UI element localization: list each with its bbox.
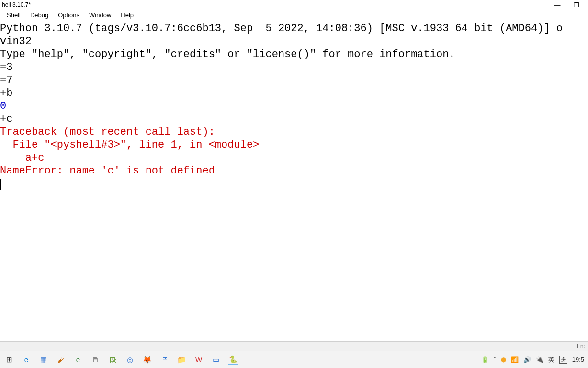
- banner-line: vin32: [0, 35, 32, 47]
- sound-icon[interactable]: 🔊: [523, 356, 531, 363]
- explorer-icon[interactable]: 📁: [176, 355, 187, 365]
- image-icon[interactable]: 🖼: [107, 355, 118, 365]
- input-line: +c: [0, 113, 12, 125]
- restore-button[interactable]: ❐: [567, 1, 586, 9]
- edge-icon[interactable]: e: [21, 355, 32, 365]
- taskbar: ⊞e▦🖌e🗎🖼◎🦊🖥📁W▭🐍 🔋 ˇ ⬤ 📶 🔊 🔌 英 拼 19:5: [0, 351, 588, 368]
- traceback-line: NameError: name 'c' is not defined: [0, 165, 215, 177]
- menu-window[interactable]: Window: [84, 11, 116, 20]
- edge2-icon[interactable]: e: [73, 355, 83, 365]
- traceback-line: Traceback (most recent call last):: [0, 126, 215, 138]
- start-icon[interactable]: ⊞: [4, 355, 14, 365]
- paint-icon[interactable]: 🖌: [56, 355, 66, 365]
- shield-icon[interactable]: ⬤: [501, 357, 506, 362]
- minimize-button[interactable]: —: [548, 1, 567, 9]
- display-icon[interactable]: 🖥: [159, 355, 170, 365]
- battery-icon[interactable]: 🔋: [481, 356, 489, 363]
- power-icon[interactable]: 🔌: [536, 356, 543, 363]
- cursor-position: Ln:: [577, 343, 585, 350]
- traceback-line: File "<pyshell#3>", line 1, in <module>: [0, 139, 259, 151]
- ime-mode-icon[interactable]: 拼: [559, 356, 567, 364]
- input-line: =3: [0, 61, 12, 73]
- python-icon[interactable]: 🐍: [228, 355, 238, 365]
- ime-lang-icon[interactable]: 英: [548, 356, 554, 364]
- shell-editor[interactable]: Python 3.10.7 (tags/v3.10.7:6cc6b13, Sep…: [0, 21, 588, 341]
- menu-bar: Shell Debug Options Window Help: [0, 10, 588, 21]
- wifi-icon[interactable]: 📶: [511, 356, 519, 363]
- cortana-icon[interactable]: ◎: [124, 355, 135, 365]
- menu-options[interactable]: Options: [53, 11, 84, 20]
- wps-icon[interactable]: W: [193, 355, 204, 365]
- title-bar: hell 3.10.7* — ❐: [0, 0, 588, 10]
- document-icon[interactable]: 🗎: [90, 355, 101, 365]
- input-line: =7: [0, 74, 12, 86]
- calculator-icon[interactable]: ▦: [38, 355, 49, 365]
- traceback-line: a+c: [0, 152, 44, 164]
- window-title: hell 3.10.7*: [2, 1, 548, 8]
- input-line: +b: [0, 87, 12, 99]
- monitor-icon[interactable]: ▭: [211, 355, 221, 365]
- firefox-icon[interactable]: 🦊: [142, 355, 152, 365]
- banner-line: Python 3.10.7 (tags/v3.10.7:6cc6b13, Sep…: [0, 23, 563, 34]
- banner-line: Type "help", "copyright", "credits" or "…: [0, 48, 455, 60]
- clock[interactable]: 19:5: [572, 356, 584, 363]
- menu-help[interactable]: Help: [116, 11, 138, 20]
- menu-shell[interactable]: Shell: [2, 11, 25, 20]
- status-bar: Ln:: [0, 341, 588, 351]
- system-tray: 🔋 ˇ ⬤ 📶 🔊 🔌 英 拼 19:5: [481, 356, 584, 364]
- tray-chevron-icon[interactable]: ˇ: [494, 356, 496, 363]
- text-cursor-icon: [0, 179, 7, 190]
- menu-debug[interactable]: Debug: [25, 11, 53, 20]
- output-line: 0: [0, 100, 6, 112]
